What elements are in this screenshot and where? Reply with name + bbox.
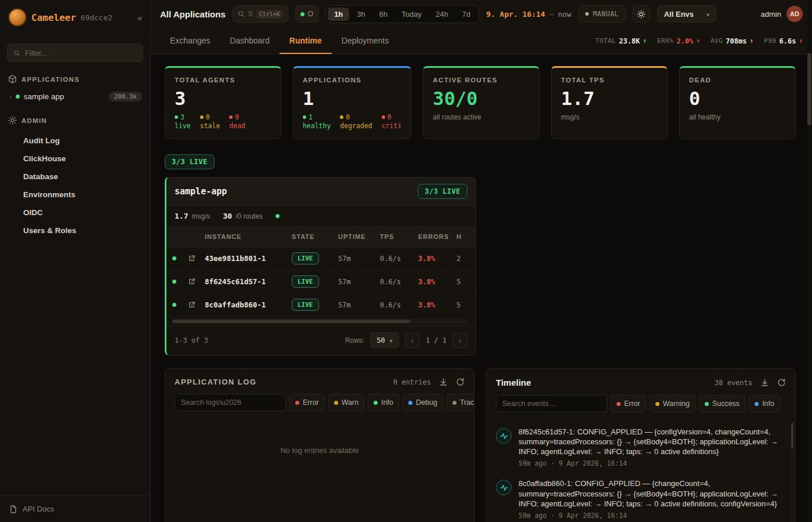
theme-toggle-button[interactable] <box>633 5 650 23</box>
cameleer-logo-icon <box>8 8 27 27</box>
external-link-icon[interactable] <box>182 255 201 262</box>
application-log-header: APPLICATION LOG 0 entries <box>165 369 474 394</box>
timeline-filter-warning[interactable]: Warning <box>650 395 695 412</box>
scrollbar-thumb[interactable] <box>807 53 811 125</box>
content: TOTAL AGENTS 3 3live 0stale 0dead APPLIC… <box>151 55 812 522</box>
sidebar-filter-input[interactable] <box>25 49 137 57</box>
instances-table-header: INSTANCE STATE UPTIME TPS ERRORS H <box>166 227 476 246</box>
gear-icon <box>8 116 17 125</box>
page-scrollbar[interactable] <box>807 0 811 522</box>
sidebar-item-audit-log[interactable]: Audit Log <box>0 132 150 150</box>
log-filter-warn[interactable]: Warn <box>328 394 364 411</box>
sidebar-item-clickhouse[interactable]: ClickHouse <box>0 150 150 168</box>
timeline-header: Timeline 38 events <box>487 369 795 395</box>
global-search-box[interactable]: S… Ctrl+K <box>233 5 288 23</box>
time-range-6h[interactable]: 6h <box>373 8 394 21</box>
tab-exchanges[interactable]: Exchanges <box>160 28 220 54</box>
document-icon <box>9 505 17 513</box>
time-range-today[interactable]: Today <box>395 8 428 21</box>
timeline-search-input[interactable] <box>496 395 607 412</box>
instance-row[interactable]: 8f6245c61d57-1 LIVE 57m 0.6/s 3.8% 5 <box>166 270 476 293</box>
instance-row[interactable]: 8c0affadb860-1 LIVE 57m 0.6/s 3.8% 5 <box>166 293 476 316</box>
stat-card-dead: DEAD 0 all healthy <box>679 66 796 139</box>
scrollbar-thumb[interactable] <box>791 423 793 448</box>
log-filter-debug[interactable]: Debug <box>403 394 443 411</box>
tab-deployments[interactable]: Deployments <box>332 28 399 54</box>
topbar: All Applications S… Ctrl+K O 1h 3h 6h To… <box>151 0 812 28</box>
sidebar-item-api-docs[interactable]: API Docs <box>0 495 150 522</box>
stat-card-row: TOTAL AGENTS 3 3live 0stale 0dead APPLIC… <box>165 66 796 139</box>
log-filter-info[interactable]: Info <box>368 394 399 411</box>
tab-runtime[interactable]: Runtime <box>280 28 332 54</box>
event-message: 8f6245c61d57-1: CONFIG_APPLIED — {config… <box>519 427 785 456</box>
tab-dashboard[interactable]: Dashboard <box>220 28 280 54</box>
online-label: O <box>308 10 313 18</box>
online-indicator[interactable]: O <box>295 5 318 23</box>
online-status-dot <box>300 12 304 16</box>
rows-per-page-select[interactable]: 50 <box>370 332 398 348</box>
chevron-down-icon <box>706 10 709 19</box>
state-badge: LIVE <box>292 299 319 311</box>
refresh-icon[interactable] <box>456 378 465 386</box>
error-dot <box>295 401 299 405</box>
instance-row[interactable]: 43ee9811b801-1 LIVE 57m 0.6/s 3.8% 2 <box>166 246 476 270</box>
sidebar-app-label: sample app <box>24 92 64 101</box>
prev-page-button[interactable]: ‹ <box>405 333 420 348</box>
username-label: admin <box>761 10 781 19</box>
sidebar-item-oidc[interactable]: OIDC <box>0 204 150 222</box>
sub-critical: 0criti <box>382 113 402 130</box>
external-link-icon[interactable] <box>182 278 201 285</box>
time-range-group: 1h 3h 6h Today 24h 7d <box>325 5 479 23</box>
row-range-text: 1-3 of 3 <box>175 336 208 345</box>
environment-select[interactable]: All Envs <box>657 5 716 23</box>
applications-section-header: APPLICATIONS <box>0 68 150 88</box>
instances-table: INSTANCE STATE UPTIME TPS ERRORS H 43ee9… <box>166 227 476 316</box>
timeline-scrollbar[interactable] <box>791 422 793 522</box>
info-dot <box>374 401 378 405</box>
time-range-3h[interactable]: 3h <box>350 8 371 21</box>
sub-degraded: 0degraded <box>340 113 372 130</box>
stat-total: TOTAL 23.8K ↑ <box>596 37 647 45</box>
download-icon[interactable] <box>760 378 769 387</box>
application-log-title: APPLICATION LOG <box>175 378 256 386</box>
status-dot-green <box>16 95 20 99</box>
scrollbar-thumb[interactable] <box>172 320 410 323</box>
time-now-label: now <box>558 10 571 19</box>
event-message: 8c0affadb860-1: CONFIG_APPLIED — {change… <box>519 478 785 508</box>
time-range-7d[interactable]: 7d <box>456 8 477 21</box>
time-range-1h[interactable]: 1h <box>328 8 349 21</box>
sidebar-item-database[interactable]: Database <box>0 168 150 186</box>
next-page-button[interactable]: › <box>452 333 467 348</box>
log-empty-state: No log entries available <box>165 418 474 483</box>
time-range-24h[interactable]: 24h <box>429 8 455 21</box>
success-dot <box>705 402 709 406</box>
collapse-sidebar-icon[interactable] <box>137 13 142 23</box>
account-button[interactable]: admin AD <box>761 6 803 22</box>
sidebar-item-users-roles[interactable]: Users & Roles <box>0 222 150 240</box>
env-select-value: All Envs <box>664 10 694 19</box>
timeline-filter-success[interactable]: Success <box>699 395 745 412</box>
sample-app-card: sample-app 3/3 LIVE 1.7 msg/s 30 /0 rout… <box>165 177 476 356</box>
stat-p99: P99 6.6s ↑ <box>764 37 803 45</box>
activity-icon <box>496 480 512 495</box>
expand-chevron-icon[interactable] <box>9 93 12 100</box>
external-link-icon[interactable] <box>182 301 201 309</box>
log-search-input[interactable] <box>175 394 286 411</box>
refresh-icon[interactable] <box>777 378 786 387</box>
log-filter-error[interactable]: Error <box>289 394 325 411</box>
admin-nav: Audit Log ClickHouse Database Environmen… <box>0 129 150 244</box>
download-icon[interactable] <box>439 378 448 386</box>
time-display[interactable]: 9. Apr. 16:14 — now <box>486 10 571 19</box>
search-icon <box>238 10 245 17</box>
warning-dot <box>655 402 659 406</box>
manual-refresh-toggle[interactable]: MANUAL <box>578 5 626 23</box>
log-filter-trace[interactable]: Trace <box>447 394 474 411</box>
sidebar-item-environments[interactable]: Environments <box>0 186 150 204</box>
timeline-filter-info[interactable]: Info <box>749 395 780 412</box>
horizontal-scrollbar[interactable] <box>172 319 470 324</box>
stat-err-pct: ERR% 2.0% ↑ <box>657 37 700 45</box>
timeline-filter-error[interactable]: Error <box>611 395 646 412</box>
sidebar-item-sample-app[interactable]: sample app 208.3k <box>0 88 150 107</box>
time-separator: — <box>549 10 554 19</box>
sidebar-filter-box[interactable] <box>7 44 143 62</box>
